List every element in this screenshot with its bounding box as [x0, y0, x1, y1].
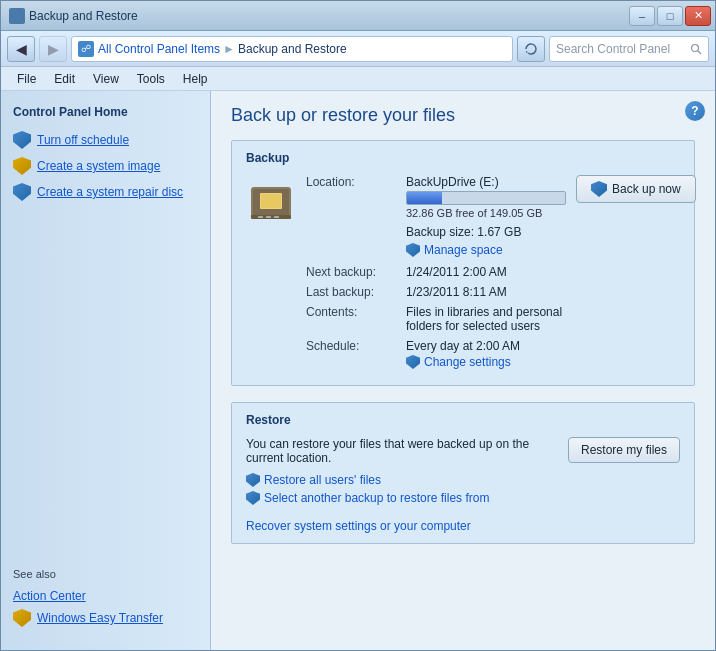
search-icon — [690, 43, 702, 55]
backup-size: Backup size: 1.67 GB — [406, 225, 521, 239]
restore-left: You can restore your files that were bac… — [246, 437, 558, 509]
restore-section-header: Restore — [246, 413, 680, 427]
select-another-backup-label: Select another backup to restore files f… — [264, 491, 489, 505]
backup-grid: Location: BackUpDrive (E:) 32.86 GB free… — [246, 175, 680, 375]
title-bar-title: Backup and Restore — [29, 9, 138, 23]
svg-rect-10 — [274, 216, 279, 218]
breadcrumb: ☍ All Control Panel Items ► Backup and R… — [71, 36, 513, 62]
menu-file[interactable]: File — [9, 70, 44, 88]
back-up-now-button[interactable]: Back up now — [576, 175, 696, 203]
recover-system-label: Recover system settings or your computer — [246, 519, 471, 533]
next-backup-label: Next backup: — [306, 265, 406, 279]
svg-marker-0 — [526, 51, 528, 53]
title-bar-left: Backup and Restore — [9, 8, 138, 24]
title-bar-controls: – □ ✕ — [629, 6, 711, 26]
windows-easy-transfer-link[interactable]: Windows Easy Transfer — [37, 611, 163, 625]
window-icon — [9, 8, 25, 24]
sidebar-see-also: See also Action Center Windows Easy Tran… — [1, 558, 210, 640]
sidebar-turn-off-schedule[interactable]: Turn off schedule — [1, 127, 210, 153]
manage-space-row: Manage space — [406, 243, 566, 257]
menu-view[interactable]: View — [85, 70, 127, 88]
see-also-label: See also — [13, 568, 198, 580]
location-value-area: BackUpDrive (E:) 32.86 GB free of 149.05… — [406, 175, 566, 219]
sidebar-create-repair-disc[interactable]: Create a system repair disc — [1, 179, 210, 205]
svg-rect-6 — [261, 194, 281, 208]
restore-all-users-link[interactable]: Restore all users' files — [246, 473, 558, 487]
breadcrumb-separator: ► — [223, 42, 235, 56]
restore-description: You can restore your files that were bac… — [246, 437, 558, 465]
refresh-button[interactable] — [517, 36, 545, 62]
select-another-backup-link[interactable]: Select another backup to restore files f… — [246, 491, 558, 505]
select-another-shield-icon — [246, 491, 260, 505]
control-panel-icon: ☍ — [78, 41, 94, 57]
change-settings-link[interactable]: Change settings — [406, 355, 520, 369]
disk-icon — [246, 181, 296, 225]
restore-my-files-label: Restore my files — [581, 443, 667, 457]
create-repair-disc-link[interactable]: Create a system repair disc — [37, 185, 183, 199]
sidebar-windows-easy-transfer[interactable]: Windows Easy Transfer — [13, 606, 198, 630]
restore-section: Restore You can restore your files that … — [231, 402, 695, 544]
action-center-link[interactable]: Action Center — [13, 589, 86, 603]
minimize-button[interactable]: – — [629, 6, 655, 26]
page-title: Back up or restore your files — [231, 105, 695, 126]
create-system-image-link[interactable]: Create a system image — [37, 159, 160, 173]
sidebar-create-system-image[interactable]: Create a system image — [1, 153, 210, 179]
change-settings-label: Change settings — [424, 355, 511, 369]
search-bar[interactable]: Search Control Panel — [549, 36, 709, 62]
backup-section-header: Backup — [246, 151, 680, 165]
restore-my-files-button[interactable]: Restore my files — [568, 437, 680, 463]
sidebar-control-panel-home[interactable]: Control Panel Home — [1, 101, 210, 123]
sidebar-home-label: Control Panel Home — [13, 105, 128, 119]
schedule-row: Schedule: Every day at 2:00 AM Change se… — [306, 339, 566, 369]
shield-blue-icon — [13, 131, 31, 149]
help-button[interactable]: ? — [685, 101, 705, 121]
location-label: Location: — [306, 175, 406, 189]
turn-off-schedule-link[interactable]: Turn off schedule — [37, 133, 129, 147]
schedule-value: Every day at 2:00 AM — [406, 339, 520, 353]
maximize-button[interactable]: □ — [657, 6, 683, 26]
schedule-label: Schedule: — [306, 339, 406, 353]
title-bar: Backup and Restore – □ ✕ — [1, 1, 715, 31]
svg-rect-9 — [266, 216, 271, 218]
next-backup-row: Next backup: 1/24/2011 2:00 AM — [306, 265, 566, 279]
progress-bar — [406, 191, 566, 205]
breadcrumb-part1[interactable]: All Control Panel Items — [98, 42, 220, 56]
location-name: BackUpDrive (E:) — [406, 175, 566, 189]
menu-help[interactable]: Help — [175, 70, 216, 88]
free-space: 32.86 GB free of 149.05 GB — [406, 207, 566, 219]
refresh-icon — [524, 42, 538, 56]
disk-icon-area — [246, 181, 296, 228]
progress-bar-fill — [407, 192, 442, 204]
menu-bar: File Edit View Tools Help — [1, 67, 715, 91]
sidebar: Control Panel Home Turn off schedule Cre… — [1, 91, 211, 650]
recover-system-link[interactable]: Recover system settings or your computer — [246, 519, 680, 533]
last-backup-label: Last backup: — [306, 285, 406, 299]
menu-tools[interactable]: Tools — [129, 70, 173, 88]
schedule-area: Every day at 2:00 AM Change settings — [406, 339, 520, 369]
sidebar-action-center[interactable]: Action Center — [13, 586, 198, 606]
manage-space-link[interactable]: Manage space — [406, 243, 566, 257]
contents-row: Contents: Files in libraries and persona… — [306, 305, 566, 333]
contents-label: Contents: — [306, 305, 406, 319]
svg-point-1 — [692, 44, 699, 51]
restore-right: Restore my files — [568, 437, 680, 463]
close-button[interactable]: ✕ — [685, 6, 711, 26]
search-placeholder: Search Control Panel — [556, 42, 690, 56]
backup-fields: Location: BackUpDrive (E:) 32.86 GB free… — [306, 175, 566, 375]
settings-shield-icon — [406, 355, 420, 369]
next-backup-value: 1/24/2011 2:00 AM — [406, 265, 507, 279]
backup-button-area: Back up now — [576, 175, 696, 375]
manage-space-label: Manage space — [424, 243, 503, 257]
backup-size-row: Backup size: 1.67 GB — [406, 225, 566, 239]
last-backup-value: 1/23/2011 8:11 AM — [406, 285, 507, 299]
breadcrumb-part2: Backup and Restore — [238, 42, 347, 56]
last-backup-row: Last backup: 1/23/2011 8:11 AM — [306, 285, 566, 299]
window: Backup and Restore – □ ✕ ◀ ▶ ☍ All Contr… — [0, 0, 716, 651]
back-button[interactable]: ◀ — [7, 36, 35, 62]
forward-button[interactable]: ▶ — [39, 36, 67, 62]
menu-edit[interactable]: Edit — [46, 70, 83, 88]
svg-line-2 — [698, 50, 702, 54]
backup-details: Location: BackUpDrive (E:) 32.86 GB free… — [246, 175, 566, 375]
svg-rect-8 — [258, 216, 263, 218]
address-bar: ◀ ▶ ☍ All Control Panel Items ► Backup a… — [1, 31, 715, 67]
